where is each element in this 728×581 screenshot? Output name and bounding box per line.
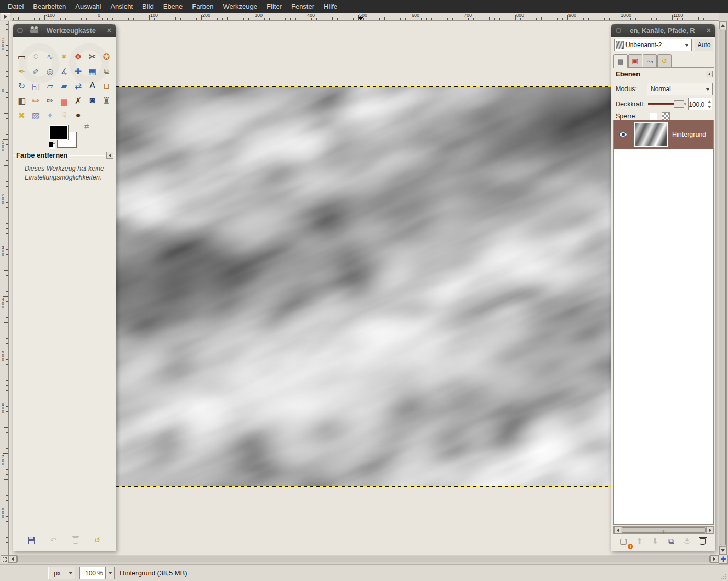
scroll-thumb[interactable]: ||| — [622, 527, 706, 533]
menu-hilfe[interactable]: Hilfe — [319, 1, 342, 12]
layers-titlebar[interactable]: en, Kanäle, Pfade, R × — [611, 24, 715, 37]
tool-heal[interactable]: ✖ — [15, 108, 29, 122]
tool-rect-select[interactable]: ▭ — [15, 49, 29, 64]
scroll-up-button[interactable] — [719, 21, 726, 29]
tab-layers[interactable]: ▤ — [613, 54, 628, 68]
tab-undo-history[interactable]: ↺ — [657, 54, 672, 67]
menu-filter[interactable]: Filter — [262, 1, 287, 12]
tool-zoom[interactable]: ◎ — [43, 64, 57, 79]
tool-eraser[interactable]: ▅ — [57, 93, 71, 108]
toolbox-titlebar[interactable]: Werkzeugkaste × — [13, 24, 116, 37]
default-colors-icon[interactable] — [49, 142, 53, 147]
menu-werkzeuge[interactable]: Werkzeuge — [219, 1, 263, 12]
tool-clone[interactable]: ♜ — [99, 93, 113, 108]
menu-farben[interactable]: Farben — [187, 1, 218, 12]
anchor-layer-button[interactable]: ⚓ — [679, 535, 694, 548]
collapse-section-button[interactable] — [706, 71, 713, 77]
tool-airbrush[interactable]: ✗ — [71, 93, 85, 108]
menu-bearbeiten[interactable]: Bearbeiten — [28, 1, 71, 12]
tool-paths[interactable]: ✒ — [15, 64, 29, 79]
opacity-slider[interactable] — [648, 100, 686, 108]
spin-up-icon[interactable] — [708, 100, 711, 103]
raise-layer-button[interactable]: ⬆ — [632, 535, 646, 548]
close-icon[interactable]: × — [104, 26, 111, 35]
duplicate-layer-button[interactable]: ⧉ — [664, 535, 678, 548]
tab-paths[interactable]: ↝ — [643, 54, 657, 67]
tool-smudge[interactable]: ☟ — [57, 108, 71, 122]
tool-perspective[interactable]: ▰ — [57, 79, 71, 93]
zoom-combobox[interactable]: 100 % — [79, 567, 115, 579]
tool-crop[interactable]: ⧉ — [99, 64, 113, 79]
tool-shear[interactable]: ▱ — [43, 79, 57, 93]
zoom-input[interactable]: 100 % — [79, 567, 106, 579]
tool-ink[interactable]: ◙ — [85, 93, 99, 108]
lower-layer-button[interactable]: ⬇ — [648, 535, 663, 548]
ruler-corner-menu-button[interactable] — [1, 13, 10, 20]
tool-rotate[interactable]: ↻ — [15, 79, 29, 93]
tool-foreground-select[interactable]: ✪ — [99, 49, 113, 64]
tool-text[interactable]: A — [85, 79, 99, 93]
menu-fenster[interactable]: Fenster — [287, 1, 319, 12]
scroll-right-button[interactable] — [710, 555, 718, 563]
spin-down-icon[interactable] — [708, 106, 711, 108]
main-horizontal-scrollbar[interactable] — [8, 555, 719, 563]
vertical-ruler[interactable]: -1000100200300400500600700800 — [0, 21, 8, 555]
scroll-right-button[interactable] — [706, 527, 713, 533]
tool-select-by-color[interactable]: ❖ — [71, 49, 85, 64]
zoom-dropdown-button[interactable] — [106, 567, 115, 579]
tool-free-select[interactable]: ∿ — [43, 49, 57, 64]
quick-mask-toggle[interactable] — [1, 555, 8, 563]
tool-scissors-select[interactable]: ✂ — [85, 49, 99, 64]
lock-alpha-checkbox[interactable] — [650, 113, 657, 120]
opacity-spinbox[interactable]: 100,0 — [688, 98, 712, 110]
window-menu-icon[interactable] — [17, 28, 23, 33]
menu-ebene[interactable]: Ebene — [158, 1, 188, 12]
tool-paintbrush[interactable]: ✑ — [43, 93, 57, 108]
menu-auswahl[interactable]: Auswahl — [71, 1, 106, 12]
tool-perspective-clone[interactable]: ▨ — [29, 108, 43, 122]
auto-button[interactable]: Auto — [695, 39, 713, 51]
tool-gradient[interactable]: ◧ — [15, 93, 29, 108]
image-selector-dropdown[interactable] — [682, 44, 690, 47]
menu-datei[interactable]: Datei — [3, 1, 28, 12]
tool-pencil[interactable]: ✏ — [29, 93, 43, 108]
layer-list-scrollbar[interactable]: ||| — [613, 526, 714, 534]
scroll-left-button[interactable] — [614, 527, 621, 533]
canvas-navigation-button[interactable]: ✚ — [719, 555, 728, 564]
tool-blur-sharpen[interactable]: ♦ — [43, 108, 57, 122]
delete-layer-button[interactable] — [696, 535, 710, 548]
slider-handle[interactable] — [674, 100, 684, 108]
tab-channels[interactable]: ▣ — [628, 54, 642, 67]
foreground-color-swatch[interactable] — [49, 125, 69, 140]
scroll-left-button[interactable] — [9, 555, 17, 563]
horizontal-scroll-thumb[interactable] — [17, 556, 710, 562]
tool-scale[interactable]: ◱ — [29, 79, 43, 93]
swap-colors-icon[interactable]: ⇄ — [84, 122, 89, 130]
tool-align[interactable]: ▦ — [85, 64, 99, 79]
horizontal-ruler[interactable]: -100010020030040050060070080090010001100 — [12, 13, 719, 21]
menu-bild[interactable]: Bild — [138, 1, 158, 12]
tool-bucket-fill[interactable]: ⊔ — [99, 79, 113, 93]
unit-combobox[interactable]: px — [48, 567, 75, 579]
unit-dropdown-button[interactable] — [66, 572, 75, 574]
layer-row[interactable]: Hintergrund — [614, 120, 713, 149]
image-selector-combobox[interactable]: Unbenannt-2 — [614, 39, 692, 51]
tool-ellipse-select[interactable]: ◌ — [29, 49, 43, 64]
reset-tool-options-button[interactable]: ↺ — [90, 534, 105, 546]
tool-color-picker[interactable]: ✐ — [29, 64, 43, 79]
main-vertical-scrollbar[interactable] — [719, 21, 727, 555]
delete-tool-options-button[interactable] — [68, 534, 83, 546]
new-layer-button[interactable]: ▢+ — [616, 535, 631, 548]
image-canvas[interactable] — [97, 87, 632, 487]
close-icon[interactable]: × — [703, 26, 711, 35]
window-resize-grip[interactable] — [721, 574, 727, 580]
visibility-eye-icon[interactable] — [619, 132, 627, 137]
menu-ansicht[interactable]: Ansicht — [106, 1, 138, 12]
window-menu-icon[interactable] — [616, 28, 621, 33]
scroll-down-button[interactable] — [719, 546, 726, 554]
tool-flip[interactable]: ⇄ — [71, 79, 85, 93]
tool-fuzzy-select[interactable]: ✶ — [57, 49, 71, 64]
vertical-scroll-thumb[interactable] — [720, 30, 726, 545]
tool-measure[interactable]: ∡ — [57, 64, 71, 79]
tool-move[interactable]: ✚ — [71, 64, 85, 79]
